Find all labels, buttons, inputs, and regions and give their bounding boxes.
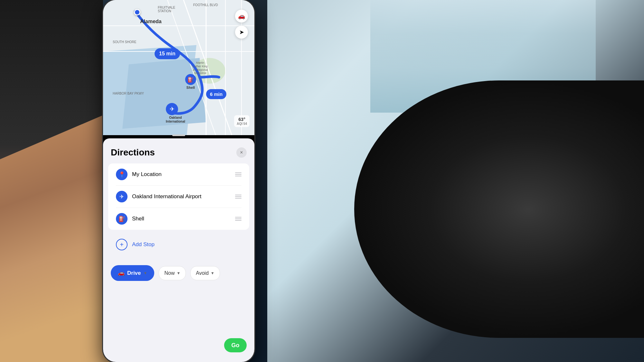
- panel-title: Directions: [111, 147, 155, 158]
- now-chevron-icon: ▼: [176, 271, 180, 275]
- panel-header: Directions ×: [103, 138, 254, 163]
- waypoint-oakland-airport[interactable]: ✈ Oakland International Airport: [116, 186, 242, 208]
- add-stop-icon: +: [116, 239, 128, 250]
- add-stop-label: Add Stop: [132, 241, 155, 248]
- drive-button[interactable]: 🚗 Drive ▼: [111, 265, 154, 281]
- compass-button[interactable]: ➤: [235, 26, 248, 39]
- drive-chevron-icon: ▼: [144, 271, 147, 275]
- drag-handle[interactable]: [172, 135, 185, 136]
- map-area: Alameda 15 min 6 min ⛽ Shell ✈ OaklandIn…: [103, 0, 254, 135]
- oakland-map-pin: ✈ OaklandInternational: [166, 103, 185, 124]
- weather-info: 63° AQI 54: [234, 115, 250, 127]
- southshore-label: SOUTH SHORE: [113, 40, 136, 44]
- location-icon: 📍: [116, 169, 128, 180]
- waypoints-list: 📍 My Location ✈ Oakland International Ai…: [108, 163, 249, 230]
- avoid-button[interactable]: Avoid ▼: [190, 266, 220, 280]
- mlk-label: MartinLuther KingJr. RegionalShoreline: [193, 61, 208, 75]
- gas-icon: ⛽: [116, 213, 128, 225]
- avoid-label: Avoid: [196, 270, 209, 276]
- bottom-controls: 🚗 Drive ▼ Now ▼ Avoid ▼: [103, 259, 254, 287]
- drag-handle-shell: [235, 217, 242, 221]
- go-button[interactable]: Go: [224, 338, 247, 352]
- go-label: Go: [232, 342, 240, 349]
- foothill-label: FOOTHILL BLVD: [193, 3, 218, 7]
- map-top-buttons: 🚗 ➤: [235, 10, 248, 39]
- waypoint-shell[interactable]: ⛽ Shell: [116, 208, 242, 230]
- time-bubble-15: 15 min: [155, 48, 180, 59]
- drag-handle-my-location: [235, 172, 242, 176]
- alameda-label: Alameda: [140, 19, 162, 24]
- airport-icon: ✈: [116, 191, 128, 202]
- waypoint-my-location[interactable]: 📍 My Location: [116, 163, 242, 186]
- fruitvale-label: FRUITVALESTATION: [158, 6, 175, 13]
- phone-wrapper: Alameda 15 min 6 min ⛽ Shell ✈ OaklandIn…: [103, 0, 254, 362]
- waypoint-label-my-location: My Location: [132, 171, 235, 178]
- waypoint-label-airport: Oakland International Airport: [132, 193, 235, 200]
- shell-map-pin: ⛽ Shell: [185, 74, 196, 89]
- drag-handle-airport: [235, 195, 242, 199]
- now-label: Now: [164, 270, 175, 276]
- add-stop-row[interactable]: + Add Stop: [108, 234, 249, 255]
- close-button[interactable]: ×: [236, 147, 247, 158]
- avoid-chevron-icon: ▼: [211, 271, 214, 275]
- current-location-dot: [134, 9, 140, 15]
- time-bubble-6: 6 min: [206, 89, 226, 99]
- scene: Alameda 15 min 6 min ⛽ Shell ✈ OaklandIn…: [0, 0, 644, 362]
- now-button[interactable]: Now ▼: [159, 266, 186, 280]
- transit-button[interactable]: 🚗: [235, 10, 248, 23]
- waypoint-label-shell: Shell: [132, 216, 235, 222]
- car-icon: 🚗: [118, 270, 125, 276]
- harborbay-label: HARBOR BAY PKWY: [113, 92, 144, 95]
- drive-label: Drive: [127, 270, 141, 276]
- steering-wheel: [354, 80, 644, 338]
- phone: Alameda 15 min 6 min ⛽ Shell ✈ OaklandIn…: [103, 0, 254, 362]
- directions-panel: Directions × 📍 My Location: [103, 138, 254, 362]
